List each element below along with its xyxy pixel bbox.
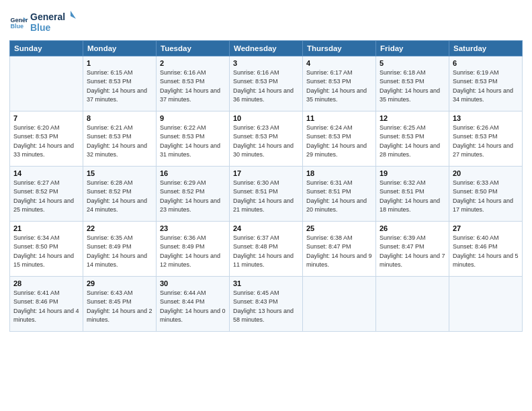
day-info: Sunrise: 6:41 AMSunset: 8:46 PMDaylight:… [13, 289, 79, 325]
header-cell-monday: Monday [83, 40, 157, 56]
day-cell: 18Sunrise: 6:31 AMSunset: 8:51 PMDayligh… [303, 166, 376, 221]
day-info: Sunrise: 6:36 AMSunset: 8:49 PMDaylight:… [160, 234, 226, 270]
day-cell: 2Sunrise: 6:16 AMSunset: 8:53 PMDaylight… [157, 56, 230, 111]
day-cell: 11Sunrise: 6:24 AMSunset: 8:53 PMDayligh… [303, 111, 376, 166]
day-info: Sunrise: 6:23 AMSunset: 8:53 PMDaylight:… [233, 124, 299, 160]
svg-text:Blue: Blue [30, 22, 51, 33]
svg-text:General: General [30, 11, 65, 22]
week-row-3: 21Sunrise: 6:34 AMSunset: 8:50 PMDayligh… [10, 221, 523, 276]
day-number: 14 [13, 169, 79, 177]
week-row-0: 1Sunrise: 6:15 AMSunset: 8:53 PMDaylight… [10, 56, 523, 111]
header-cell-tuesday: Tuesday [157, 40, 230, 56]
day-cell: 4Sunrise: 6:17 AMSunset: 8:53 PMDaylight… [303, 56, 376, 111]
day-cell: 27Sunrise: 6:40 AMSunset: 8:46 PMDayligh… [449, 221, 523, 276]
header-cell-thursday: Thursday [303, 40, 376, 56]
day-cell: 30Sunrise: 6:44 AMSunset: 8:44 PMDayligh… [157, 276, 230, 331]
day-number: 7 [13, 114, 79, 122]
day-number: 29 [87, 279, 152, 287]
day-number: 26 [380, 224, 445, 232]
svg-text:Blue: Blue [10, 23, 24, 30]
day-info: Sunrise: 6:19 AMSunset: 8:53 PMDaylight:… [453, 68, 519, 105]
day-cell: 29Sunrise: 6:43 AMSunset: 8:45 PMDayligh… [83, 276, 157, 331]
day-number: 1 [87, 59, 152, 67]
day-cell: 17Sunrise: 6:30 AMSunset: 8:51 PMDayligh… [230, 166, 303, 221]
day-cell: 9Sunrise: 6:22 AMSunset: 8:53 PMDaylight… [157, 111, 230, 166]
day-info: Sunrise: 6:24 AMSunset: 8:53 PMDaylight:… [306, 124, 372, 160]
day-number: 18 [306, 169, 372, 177]
day-cell: 21Sunrise: 6:34 AMSunset: 8:50 PMDayligh… [10, 221, 83, 276]
day-cell: 6Sunrise: 6:19 AMSunset: 8:53 PMDaylight… [449, 56, 523, 111]
logo-icon: General Blue [9, 13, 28, 32]
day-info: Sunrise: 6:37 AMSunset: 8:48 PMDaylight:… [233, 234, 299, 270]
calendar-container: General Blue General Blue Sunda [0, 0, 532, 411]
logo: General Blue General Blue [9, 9, 77, 36]
day-cell: 16Sunrise: 6:29 AMSunset: 8:52 PMDayligh… [157, 166, 230, 221]
day-number: 16 [160, 169, 226, 177]
day-number: 30 [160, 279, 226, 287]
day-cell [376, 276, 449, 331]
day-info: Sunrise: 6:44 AMSunset: 8:44 PMDaylight:… [160, 289, 226, 325]
day-number: 8 [87, 114, 152, 122]
day-info: Sunrise: 6:30 AMSunset: 8:51 PMDaylight:… [233, 179, 299, 215]
day-info: Sunrise: 6:15 AMSunset: 8:53 PMDaylight:… [87, 68, 152, 105]
day-info: Sunrise: 6:33 AMSunset: 8:50 PMDaylight:… [453, 179, 519, 215]
day-info: Sunrise: 6:18 AMSunset: 8:53 PMDaylight:… [380, 68, 445, 105]
day-number: 22 [87, 224, 152, 232]
day-number: 20 [453, 169, 519, 177]
day-cell [10, 56, 83, 111]
day-cell: 7Sunrise: 6:20 AMSunset: 8:53 PMDaylight… [10, 111, 83, 166]
day-number: 9 [160, 114, 226, 122]
day-cell [449, 276, 523, 331]
day-cell: 22Sunrise: 6:35 AMSunset: 8:49 PMDayligh… [83, 221, 157, 276]
header-cell-friday: Friday [376, 40, 449, 56]
day-number: 5 [380, 59, 445, 67]
day-info: Sunrise: 6:17 AMSunset: 8:53 PMDaylight:… [306, 68, 372, 105]
day-info: Sunrise: 6:16 AMSunset: 8:53 PMDaylight:… [233, 68, 299, 105]
day-cell: 28Sunrise: 6:41 AMSunset: 8:46 PMDayligh… [10, 276, 83, 331]
day-info: Sunrise: 6:29 AMSunset: 8:52 PMDaylight:… [160, 179, 226, 215]
day-info: Sunrise: 6:21 AMSunset: 8:53 PMDaylight:… [87, 124, 152, 160]
day-number: 12 [380, 114, 445, 122]
svg-marker-6 [71, 11, 76, 19]
day-cell: 8Sunrise: 6:21 AMSunset: 8:53 PMDaylight… [83, 111, 157, 166]
day-cell: 3Sunrise: 6:16 AMSunset: 8:53 PMDaylight… [230, 56, 303, 111]
day-info: Sunrise: 6:22 AMSunset: 8:53 PMDaylight:… [160, 124, 226, 160]
day-number: 2 [160, 59, 226, 67]
day-number: 15 [87, 169, 152, 177]
day-cell: 19Sunrise: 6:32 AMSunset: 8:51 PMDayligh… [376, 166, 449, 221]
day-number: 11 [306, 114, 372, 122]
day-info: Sunrise: 6:28 AMSunset: 8:52 PMDaylight:… [87, 179, 152, 215]
day-number: 13 [453, 114, 519, 122]
day-info: Sunrise: 6:20 AMSunset: 8:53 PMDaylight:… [13, 124, 79, 160]
day-cell: 10Sunrise: 6:23 AMSunset: 8:53 PMDayligh… [230, 111, 303, 166]
day-cell: 20Sunrise: 6:33 AMSunset: 8:50 PMDayligh… [449, 166, 523, 221]
day-info: Sunrise: 6:26 AMSunset: 8:53 PMDaylight:… [453, 124, 519, 160]
calendar-table: SundayMondayTuesdayWednesdayThursdayFrid… [9, 40, 523, 332]
day-number: 31 [233, 279, 299, 287]
week-row-4: 28Sunrise: 6:41 AMSunset: 8:46 PMDayligh… [10, 276, 523, 331]
day-info: Sunrise: 6:32 AMSunset: 8:51 PMDaylight:… [380, 179, 445, 215]
day-info: Sunrise: 6:31 AMSunset: 8:51 PMDaylight:… [306, 179, 372, 215]
logo-text: General Blue [30, 9, 77, 36]
day-number: 4 [306, 59, 372, 67]
day-info: Sunrise: 6:16 AMSunset: 8:53 PMDaylight:… [160, 68, 226, 105]
day-cell: 31Sunrise: 6:45 AMSunset: 8:43 PMDayligh… [230, 276, 303, 331]
day-cell: 1Sunrise: 6:15 AMSunset: 8:53 PMDaylight… [83, 56, 157, 111]
day-cell: 23Sunrise: 6:36 AMSunset: 8:49 PMDayligh… [157, 221, 230, 276]
day-cell: 12Sunrise: 6:25 AMSunset: 8:53 PMDayligh… [376, 111, 449, 166]
week-row-2: 14Sunrise: 6:27 AMSunset: 8:52 PMDayligh… [10, 166, 523, 221]
day-cell: 24Sunrise: 6:37 AMSunset: 8:48 PMDayligh… [230, 221, 303, 276]
day-number: 19 [380, 169, 445, 177]
day-cell: 26Sunrise: 6:39 AMSunset: 8:47 PMDayligh… [376, 221, 449, 276]
day-info: Sunrise: 6:43 AMSunset: 8:45 PMDaylight:… [87, 289, 152, 325]
day-cell: 25Sunrise: 6:38 AMSunset: 8:47 PMDayligh… [303, 221, 376, 276]
day-info: Sunrise: 6:38 AMSunset: 8:47 PMDaylight:… [306, 234, 372, 270]
day-number: 28 [13, 279, 79, 287]
day-info: Sunrise: 6:27 AMSunset: 8:52 PMDaylight:… [13, 179, 79, 215]
day-number: 10 [233, 114, 299, 122]
header-cell-wednesday: Wednesday [230, 40, 303, 56]
day-cell [303, 276, 376, 331]
day-info: Sunrise: 6:35 AMSunset: 8:49 PMDaylight:… [87, 234, 152, 270]
day-number: 6 [453, 59, 519, 67]
header-row: SundayMondayTuesdayWednesdayThursdayFrid… [10, 40, 523, 56]
